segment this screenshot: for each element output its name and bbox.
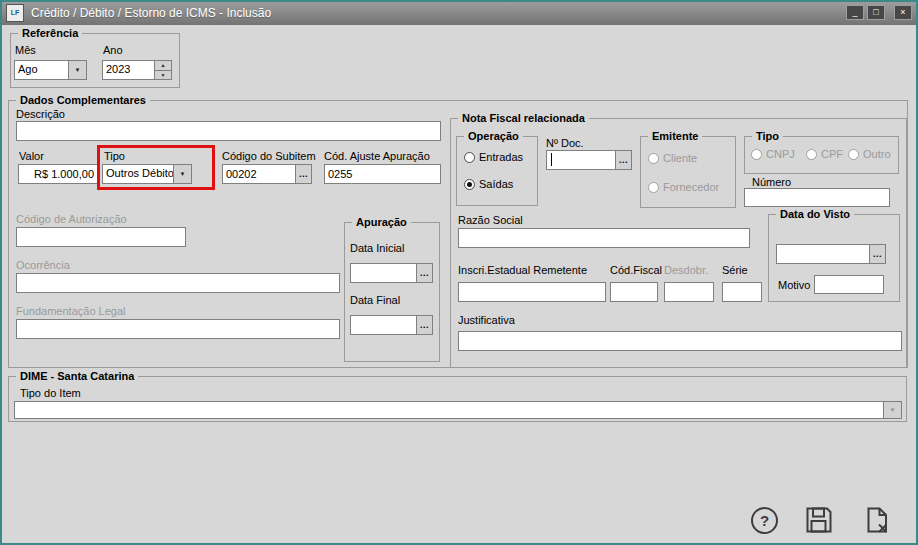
mes-dropdown-icon[interactable]: ▼ [68,61,86,79]
tipo-item-dropdown-icon[interactable]: ▼ [883,402,901,418]
ocorrencia-label: Ocorrência [16,259,70,271]
ano-up-icon[interactable]: ▲ [155,61,171,71]
motivo-label: Motivo [778,279,810,291]
close-icon: × [900,8,905,17]
saidas-radio[interactable]: Saídas [464,178,513,190]
radio-circle-icon [648,182,659,193]
data-visto-field: ... [776,244,886,264]
data-visto-browse-button[interactable]: ... [870,244,886,264]
subitem-label: Código do Subitem [222,150,316,162]
mes-value: Ago [15,61,68,79]
cpf-radio-label: CPF [821,148,843,160]
ndoc-input[interactable] [546,150,616,170]
referencia-group-title: Referência [18,27,82,39]
desdobr-label: Desdobr. [664,264,708,276]
cod-fiscal-label: Cód.Fiscal [610,264,662,276]
tipo-dropdown-icon[interactable]: ▼ [173,165,191,183]
fornecedor-radio: Fornecedor [648,181,719,193]
justificativa-input[interactable] [458,331,902,351]
operacao-group-title: Operação [464,130,523,142]
outro-radio: Outro [848,148,891,160]
app-icon: LF [6,4,24,22]
ndoc-field: ... [546,150,632,170]
ano-value: 2023 [103,61,154,79]
saidas-radio-label: Saídas [479,178,513,190]
save-button[interactable] [804,505,834,538]
help-glyph: ? [760,512,769,529]
minimize-icon: _ [852,8,857,17]
exit-document-icon [862,523,892,538]
data-inicial-field: ... [350,263,433,283]
window-title: Crédito / Débito / Estorno de ICMS - Inc… [31,6,271,20]
operacao-group: Operação [456,136,538,206]
ndoc-browse-button[interactable]: ... [616,150,632,170]
app-icon-text: LF [11,9,20,16]
valor-input[interactable] [18,164,98,184]
maximize-button[interactable]: □ [867,5,885,20]
data-visto-group-title: Data do Visto [776,208,854,220]
inscri-estadual-input[interactable] [458,282,606,302]
data-inicial-browse-button[interactable]: ... [417,263,433,283]
titlebar[interactable]: LF Crédito / Débito / Estorno de ICMS - … [0,0,918,25]
tipo-select[interactable]: Outros Débitos ▼ [102,164,192,184]
mes-select[interactable]: Ago ▼ [14,60,87,80]
data-final-browse-button[interactable]: ... [417,315,433,335]
ndoc-label: Nº Doc. [546,137,584,149]
titlebar-buttons: _ □ × [846,5,912,20]
numero-input[interactable] [744,188,890,207]
radio-circle-icon [648,153,659,164]
text-caret [551,153,552,166]
tipo-label: Tipo [104,150,125,162]
tipo-item-label: Tipo do Item [20,387,81,399]
serie-input[interactable] [722,282,762,302]
tipo-item-select[interactable]: ▼ [14,401,902,419]
emitente-tipo-group-title: Tipo [752,130,783,142]
radio-circle-icon [464,152,475,163]
mes-label: Mês [15,44,36,56]
nota-fiscal-group-title: Nota Fiscal relacionada [458,112,589,124]
subitem-input[interactable] [222,164,296,184]
cliente-radio: Cliente [648,152,697,164]
maximize-icon: □ [873,8,878,17]
help-icon: ? [751,507,778,534]
razao-social-input[interactable] [458,228,750,248]
inscri-estadual-label: Inscri.Estadual Remetente [458,264,587,276]
emitente-group-title: Emitente [648,130,702,142]
data-inicial-input[interactable] [350,263,417,283]
cnpj-radio-label: CNPJ [766,148,795,160]
fundamentacao-label: Fundamentação Legal [16,305,125,317]
entradas-radio[interactable]: Entradas [464,151,523,163]
ajuste-apuracao-input[interactable] [324,164,441,184]
subitem-browse-button[interactable]: ... [296,164,312,184]
radio-circle-icon [464,179,475,190]
fornecedor-radio-label: Fornecedor [663,181,719,193]
cod-fiscal-input[interactable] [610,282,658,302]
justificativa-label: Justificativa [458,314,515,326]
entradas-radio-label: Entradas [479,151,523,163]
motivo-input[interactable] [814,275,884,294]
dialog-window: LF Crédito / Débito / Estorno de ICMS - … [0,0,918,545]
emitente-group: Emitente [640,136,736,208]
descricao-input[interactable] [16,121,441,141]
outro-radio-label: Outro [863,148,891,160]
help-button[interactable]: ? [751,507,778,534]
radio-circle-icon [751,149,762,160]
minimize-button[interactable]: _ [846,5,864,20]
cnpj-radio: CNPJ [751,148,795,160]
data-final-label: Data Final [350,294,400,306]
ano-down-icon[interactable]: ▼ [155,71,171,80]
serie-label: Série [722,264,748,276]
tipo-value: Outros Débitos [103,165,173,183]
cpf-radio: CPF [806,148,843,160]
ano-spin-buttons: ▲ ▼ [154,61,171,79]
apuracao-group-title: Apuração [352,216,411,228]
valor-label: Valor [19,150,44,162]
close-button[interactable]: × [894,5,912,20]
radio-circle-icon [806,149,817,160]
data-final-input[interactable] [350,315,417,335]
ocorrencia-input [16,273,340,293]
ano-spinner[interactable]: 2023 ▲ ▼ [102,60,172,80]
exit-button[interactable] [862,505,892,538]
data-visto-input[interactable] [776,244,870,264]
dados-complementares-title: Dados Complementares [16,94,150,106]
